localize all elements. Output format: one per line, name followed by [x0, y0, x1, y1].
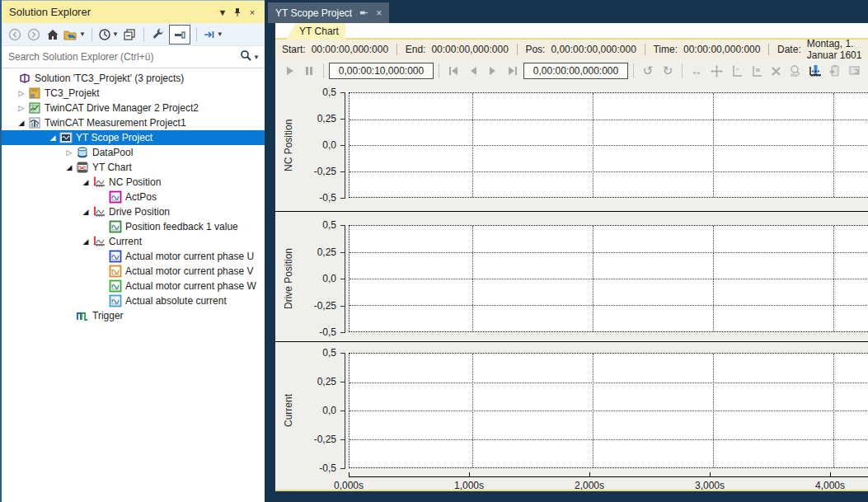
delete-zoom-icon[interactable]: [767, 62, 785, 80]
status-end-value: 00:00:00,000:000: [431, 44, 508, 55]
chart-tab-yt-chart[interactable]: YT Chart: [286, 23, 345, 40]
tree-item-drive-manager[interactable]: ▷ TwinCAT Drive Manager 2 Project2: [2, 101, 265, 115]
tree-item-phase-w-channel[interactable]: Actual motor current phase W: [2, 279, 265, 293]
tree-item-label: Actual motor current phase V: [125, 265, 253, 277]
tree-item-label: Drive Position: [109, 206, 170, 218]
expander-expanded-icon[interactable]: ◢: [79, 237, 92, 246]
tree-item-phase-u-channel[interactable]: Actual motor current phase U: [2, 249, 265, 264]
tree-item-tc3-projekt[interactable]: ▷ TC3_Projekt: [2, 86, 265, 101]
tree-item-yt-scope-project[interactable]: ◢ YT Scope Project: [2, 130, 265, 145]
tab-pin-icon[interactable]: [359, 8, 368, 17]
forward-icon[interactable]: [26, 26, 42, 44]
expander-expanded-icon[interactable]: ◢: [79, 178, 92, 186]
y-axis-tick: [340, 411, 345, 411]
pending-changes-filter-icon[interactable]: ▼: [98, 26, 119, 44]
play-button[interactable]: [280, 62, 298, 80]
tab-close-icon[interactable]: ×: [376, 7, 382, 19]
expander-collapsed-icon[interactable]: ▷: [63, 148, 76, 157]
search-input[interactable]: Search Solution Explorer (Ctrl+ü) ▼: [2, 46, 265, 68]
home-icon[interactable]: [45, 26, 61, 44]
tree-item-nc-position-axis[interactable]: ◢ NC Position: [2, 175, 265, 190]
x-axis-tick: [349, 472, 350, 476]
document-tab-title: YT Scope Project: [275, 7, 352, 19]
tree-item-label: Actual motor current phase U: [125, 251, 254, 262]
gridline-v: [713, 354, 714, 467]
chart-tab-label: YT Chart: [299, 26, 339, 37]
y-axis-tick: [340, 332, 345, 333]
sync-selection-icon[interactable]: ▼: [203, 26, 223, 44]
skip-start-button[interactable]: [444, 62, 462, 80]
chart1-plot-area[interactable]: [349, 92, 868, 198]
tree-item-trigger[interactable]: Trigger: [2, 308, 265, 323]
pause-button[interactable]: [300, 62, 318, 80]
expander-expanded-icon[interactable]: ◢: [79, 208, 92, 216]
redo-zoom-icon[interactable]: ↻: [659, 62, 677, 80]
close-icon[interactable]: ×: [245, 5, 260, 20]
expander-expanded-icon[interactable]: ◢: [63, 163, 76, 171]
tree-item-solution[interactable]: Solution 'TC3_Projekt' (3 projects): [2, 71, 265, 86]
status-start-value: 00:00:00,000:000: [312, 44, 388, 55]
fit-horizontal-icon[interactable]: ↔: [687, 62, 706, 80]
preview-selected-items-toggle[interactable]: [169, 25, 190, 45]
tree-item-position-feedback-channel[interactable]: Position feedback 1 value: [2, 219, 265, 234]
collapse-all-icon[interactable]: [121, 26, 138, 44]
expander-collapsed-icon[interactable]: ▷: [15, 104, 28, 112]
back-icon[interactable]: [7, 26, 23, 44]
tree-item-current-axis[interactable]: ◢ Current: [2, 234, 265, 249]
tree-item-measurement-project[interactable]: ◢ TwinCAT Measurement Project1: [2, 115, 265, 130]
x-axis-tick: [589, 472, 590, 476]
cursor-position-input[interactable]: 0,00:00:00,000:000: [523, 63, 628, 79]
y-axis-tick: [340, 353, 345, 354]
search-options-caret-icon[interactable]: ▼: [253, 54, 260, 61]
pin-icon[interactable]: [230, 5, 245, 20]
status-separator: [396, 44, 397, 55]
y-tick: -0,25: [275, 434, 336, 445]
tree-item-drive-position-axis[interactable]: ◢ Drive Position: [2, 204, 265, 219]
chart-separator[interactable]: [275, 211, 868, 212]
expander-expanded-icon[interactable]: ◢: [46, 134, 59, 142]
sync-with-active-document-icon[interactable]: ▼: [63, 26, 86, 44]
tree-item-absolute-current-channel[interactable]: Actual absolute current: [2, 293, 265, 308]
record-time-input[interactable]: 0,00:00:10,000:000: [329, 63, 434, 79]
gridline-v: [833, 93, 834, 197]
expander-collapsed-icon[interactable]: ▷: [15, 89, 28, 97]
status-time-value: 00:00:00,000:000: [683, 44, 760, 55]
chart-separator[interactable]: [275, 341, 868, 342]
free-cursor-icon[interactable]: [806, 62, 824, 80]
pan-icon[interactable]: [707, 62, 725, 80]
toolbar-separator: [682, 63, 683, 78]
skip-end-button[interactable]: [504, 62, 522, 80]
search-icon[interactable]: [240, 49, 252, 64]
tree-item-phase-v-channel[interactable]: Actual motor current phase V: [2, 264, 265, 279]
toolbar-separator: [196, 28, 197, 41]
chart-region: NC Position 0,5 0,25 0,0 -0,25 -0,5: [275, 82, 868, 490]
document-tab-yt-scope-project[interactable]: YT Scope Project ×: [268, 2, 389, 23]
gridline-v: [713, 226, 714, 331]
properties-wrench-icon[interactable]: [150, 26, 167, 44]
chart3-plot-area[interactable]: [349, 353, 868, 468]
scope-content: YT Chart Start: 00:00:00,000:000 End: 00…: [275, 23, 868, 491]
step-forward-button[interactable]: [484, 62, 502, 80]
shift-axis-icon[interactable]: [747, 62, 765, 80]
undo-zoom-icon[interactable]: ↺: [639, 62, 657, 80]
status-separator: [768, 44, 769, 55]
zoom-max-icon[interactable]: Max: [786, 62, 805, 80]
tree-item-datapool[interactable]: ▷ DataPool: [2, 145, 265, 160]
chart2-plot-area[interactable]: [349, 225, 868, 332]
x-axis-tick: [830, 472, 831, 476]
tree-item-actpos-channel[interactable]: ActPos: [2, 190, 265, 204]
copy-report-icon[interactable]: [826, 62, 844, 80]
status-pos-label: Pos:: [525, 44, 545, 55]
window-position-caret-icon[interactable]: ▼: [215, 5, 230, 20]
status-time-label: Time:: [653, 44, 678, 55]
gridline-v: [472, 354, 473, 467]
solution-explorer-title: Solution Explorer: [9, 6, 215, 18]
expander-expanded-icon[interactable]: ◢: [15, 119, 28, 127]
twincat-window: Solution Explorer ▼ × ▼: [0, 0, 868, 502]
export-view-icon[interactable]: [846, 62, 864, 80]
scale-axis-icon[interactable]: [727, 62, 745, 80]
tree-item-label: Solution 'TC3_Projekt' (3 projects): [35, 73, 184, 84]
step-back-button[interactable]: [464, 62, 482, 80]
tree-item-yt-chart[interactable]: ◢ YT Chart: [2, 160, 265, 175]
measurement-project-icon: [28, 116, 41, 129]
